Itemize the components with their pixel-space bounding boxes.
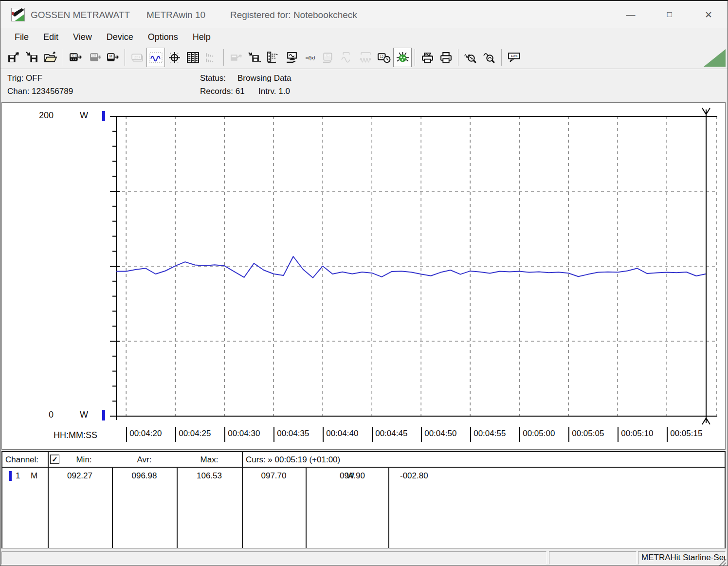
toolbar-separator	[125, 49, 125, 66]
toolbar-separator	[223, 49, 224, 66]
menu-help[interactable]: Help	[185, 30, 218, 44]
toolbar-wave-fine-button	[356, 48, 375, 67]
view-numeric-1257-icon: 1257	[131, 52, 144, 64]
toolbar-view-xy-scope-button[interactable]	[165, 48, 183, 67]
chart-panel: 200 W 0 W HH:MM:SS 00:04:2000:04:2500:04…	[1, 102, 726, 450]
svg-text:321: 321	[326, 54, 330, 56]
header-avr: Avr:	[112, 455, 177, 465]
x-axis-tick: 00:04:20	[126, 427, 162, 442]
print-icon	[439, 52, 453, 64]
status-value: Browsing Data	[237, 73, 291, 83]
x-axis-tick: 00:04:55	[470, 427, 506, 442]
formula-fx-icon: =f(x)	[304, 52, 317, 64]
status-section-device: METRAHit Starline-Seri	[638, 551, 726, 565]
toolbar-view-data-table-button[interactable]	[183, 48, 202, 67]
x-axis-tick: 00:04:35	[273, 427, 309, 442]
channel-row-marker	[9, 471, 12, 481]
debug-bug-icon	[396, 52, 409, 64]
header-channel: Channel:	[5, 455, 38, 465]
toolbar-read-memory-m-button[interactable]: M	[103, 48, 122, 67]
svg-text:12: 12	[380, 55, 383, 58]
time-interval-clock-icon: 12	[378, 52, 391, 64]
write-device-321-icon: 321	[88, 52, 101, 64]
menu-file[interactable]: File	[7, 30, 36, 44]
toolbar-zoom-out-waveform-button[interactable]	[480, 48, 498, 67]
monitor-settings-icon	[285, 52, 298, 64]
y-axis-unit-bottom: W	[80, 410, 88, 420]
open-file-icon	[44, 52, 57, 64]
device-name: METRAHit Starline-Seri	[641, 553, 726, 562]
chart-grid	[116, 116, 717, 416]
x-axis-tick: 00:04:40	[323, 427, 358, 442]
channel-list: Chan: 123456789	[7, 87, 73, 96]
toolbar-channel-settings-button[interactable]	[264, 48, 282, 67]
measurement-table: Channel: ✓ Min: Avr: Max: Curs: » 00:05:…	[1, 451, 726, 548]
x-axis-tick: 00:05:05	[568, 427, 604, 442]
save-to-device-icon	[248, 52, 261, 64]
toolbar-debug-bug-button[interactable]	[393, 48, 412, 67]
toolbar-view-numeric-1257-button: 1257	[128, 48, 146, 67]
menu-edit[interactable]: Edit	[36, 30, 66, 44]
x-axis-tick: 00:04:50	[421, 427, 456, 442]
toolbar-save-as-button[interactable]	[23, 48, 41, 67]
toolbar-annotation-123-button[interactable]: 1/2/3	[505, 48, 523, 67]
menu-view[interactable]: View	[66, 30, 99, 44]
table-header-divider	[2, 467, 725, 468]
toolbar-save-file-button[interactable]	[4, 48, 23, 67]
read-device-321-icon: 321	[69, 52, 82, 64]
cell-cursor-a-value: 097.70	[242, 471, 306, 481]
trigger-status: Trig: OFF	[7, 73, 42, 83]
cell-avr-value: 096.98	[112, 471, 177, 481]
toolbar-wave-coarse-button	[338, 48, 356, 67]
toolbar-read-device-321-button[interactable]: 321	[66, 48, 85, 67]
cursor-b-number: 094.90	[340, 471, 365, 481]
toolbar-separator	[415, 49, 415, 66]
save-file-icon	[7, 52, 20, 64]
x-axis-tick: 00:05:00	[519, 427, 555, 442]
view-histogram-icon	[205, 52, 218, 64]
toolbar-monitor-settings-button[interactable]	[282, 48, 301, 67]
info-panel: Trig: OFF Chan: 123456789 Status: Browsi…	[0, 70, 728, 101]
toolbar-write-device-321-button: 321	[85, 48, 103, 67]
toolbar-time-interval-clock-button[interactable]: 12	[375, 48, 393, 67]
device-settings-321-icon: 321	[322, 52, 335, 64]
header-min: Min:	[56, 455, 112, 465]
y-axis-max-label: 200	[31, 110, 54, 121]
toolbar-print-button[interactable]	[437, 48, 455, 67]
toolbar-view-waveform-chart-button[interactable]	[146, 48, 165, 67]
toolbar-print-preview-button[interactable]	[418, 48, 437, 67]
registered-text: Registered for: Notebookcheck	[230, 10, 357, 20]
menu-options[interactable]: Options	[141, 30, 185, 44]
toolbar-formula-fx-button[interactable]: =f(x)	[301, 48, 319, 67]
brand-text: GOSSEN METRAWATT	[31, 10, 130, 20]
x-axis-tick: 00:04:30	[224, 427, 260, 442]
channel-marker-bottom	[102, 410, 105, 420]
table-divider	[388, 467, 389, 548]
toolbar-export-data-button	[227, 48, 245, 67]
svg-text:1257: 1257	[133, 55, 140, 58]
x-axis-tick: 00:04:25	[175, 427, 211, 442]
view-waveform-chart-icon	[149, 52, 163, 64]
view-xy-scope-icon	[168, 52, 181, 64]
resize-grip[interactable]	[717, 557, 727, 566]
save-as-icon	[26, 52, 39, 64]
power-chart[interactable]	[2, 103, 725, 449]
cell-channel-number: 1	[16, 471, 20, 481]
status-bar: METRAHit Starline-Seri	[0, 549, 728, 566]
cell-cursor-b-value: 094.90W	[306, 471, 388, 481]
toolbar-device-settings-321-button: 321	[319, 48, 338, 67]
minimize-button[interactable]: —	[619, 6, 642, 23]
toolbar-open-file-button[interactable]	[41, 48, 60, 67]
x-axis-tick: 00:05:10	[618, 427, 653, 442]
menu-device[interactable]: Device	[99, 30, 141, 44]
toolbar-zoom-in-waveform-button[interactable]	[461, 48, 480, 67]
title-bar: GOSSEN METRAWATT METRAwin 10 Registered …	[0, 1, 728, 28]
maximize-button[interactable]: □	[658, 6, 681, 23]
zoom-in-waveform-icon	[464, 52, 477, 64]
toolbar-save-to-device-button[interactable]	[245, 48, 264, 67]
cell-max-value: 106.53	[177, 471, 242, 481]
status-section-middle	[549, 551, 637, 565]
menu-bar: FileEditViewDeviceOptionsHelp	[0, 28, 728, 46]
close-button[interactable]: ✕	[697, 6, 720, 23]
annotation-123-icon: 1/2/3	[508, 52, 521, 64]
